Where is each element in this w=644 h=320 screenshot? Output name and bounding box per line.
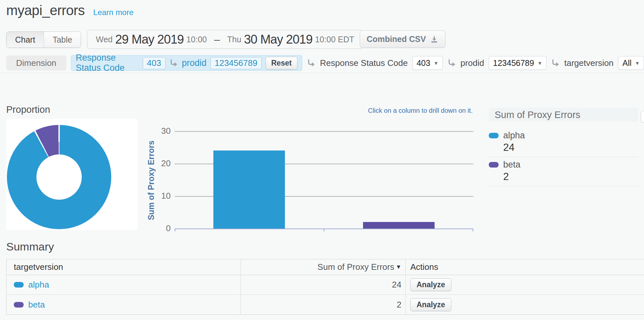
alpha-swatch-icon [14,282,24,288]
drilldown-hint: Click on a column to drill down on it. [368,107,473,114]
analyze-button[interactable]: Analyze [410,298,451,311]
beta-swatch-icon [14,302,24,308]
drill-arrow-icon [307,59,315,67]
chevron-down-icon: ▼ [635,60,640,66]
legend-header: Sum of Proxy Errors [489,108,638,122]
chevron-down-icon: ▼ [434,60,439,66]
breadcrumb-dimension-name: prodid [182,58,206,68]
bar-chart: 30 20 10 0 [175,131,473,229]
analyze-button[interactable]: Analyze [410,278,451,291]
alpha-link[interactable]: alpha [28,280,49,290]
chart-table-toggle: Chart Table [6,31,81,48]
beta-swatch-icon [489,162,499,168]
column-header-sum-of-proxy-errors[interactable]: Sum of Proxy Errors ▼ [241,259,406,275]
filter-dropdown-targetversion[interactable]: All ▼ [618,56,644,70]
drill-arrow-icon [447,59,456,67]
filter-value: 403 [417,58,430,68]
legend-item-head[interactable]: alpha [489,130,638,141]
table-row-alpha-value: 24 [241,275,406,295]
chevron-down-icon: ▼ [537,60,542,66]
start-time: 10:00 [186,35,207,44]
summary-title: Summary [6,240,54,253]
page-header: myapi_errors Learn more [6,3,134,18]
summary-table: targetversion Sum of Proxy Errors ▼ Acti… [6,259,644,315]
donut-hole [36,154,82,200]
y-axis-title: Sum of Proxy Errors [146,140,156,220]
y-tick-label: 20 [156,158,171,169]
table-row-alpha-label: alpha [7,275,241,295]
y-tick-label: 0 [156,223,171,233]
end-time: 10:00 EDT [315,35,354,44]
start-date: 29 May 2019 [115,32,184,47]
column-header-actions: Actions [406,259,644,275]
filter-value: 123456789 [493,58,534,68]
legend-overflow-button[interactable] [641,111,644,123]
table-toggle-button[interactable]: Table [44,32,81,48]
gridline-30 [175,131,473,132]
legend-item-beta: beta 2 [489,157,638,186]
learn-more-link[interactable]: Learn more [93,8,134,17]
column-header-targetversion: targetversion [7,259,241,275]
filter-dropdown-prodid[interactable]: 123456789 ▼ [489,56,547,70]
x-axis-tick [324,229,324,231]
page-title: myapi_errors [6,3,85,18]
sort-descending-icon: ▼ [396,264,401,270]
download-icon [430,35,439,44]
reset-button[interactable]: Reset [266,57,297,70]
table-row-alpha-actions: Analyze [406,275,644,295]
legend-item-alpha: alpha 24 [489,128,638,157]
chart-toggle-button[interactable]: Chart [7,32,44,48]
bar-beta[interactable] [363,222,435,229]
y-tick-label: 30 [156,126,171,136]
beta-link[interactable]: beta [28,300,45,310]
drilldown-breadcrumb: Response Status Code 403 prodid 12345678… [71,55,302,71]
drill-arrow-icon [551,59,560,67]
alpha-swatch-icon [489,133,499,138]
legend-title: Sum of Proxy Errors [495,110,580,120]
table-row-beta-actions: Analyze [406,295,644,314]
x-axis-tick [175,229,175,231]
filter-value: All [622,58,632,68]
legend-item-head[interactable]: beta [489,160,638,170]
divider [0,73,644,73]
breadcrumb-dimension-value[interactable]: 403 [143,57,165,69]
date-range-picker[interactable]: Wed 29 May 2019 10:00 – Thu 30 May 2019 … [87,30,363,49]
y-tick-label: 10 [156,191,171,201]
legend-value: 24 [503,142,638,153]
x-axis-tick [473,229,473,231]
end-day: Thu [227,35,241,44]
legend-label: alpha [503,130,525,141]
legend-value: 2 [503,171,638,183]
filter-name-targetversion: targetversion [564,58,613,68]
column-header-label: Sum of Proxy Errors [317,262,394,272]
date-range-separator: – [214,33,220,46]
breadcrumb-dimension-name: Response Status Code [76,53,139,73]
table-row-beta-value: 2 [241,295,406,314]
combined-csv-label: Combined CSV [367,34,426,44]
legend-label: beta [503,160,521,170]
bar-alpha[interactable] [213,150,285,229]
filter-dropdown-response-status-code[interactable]: 403 ▼ [412,56,443,70]
breadcrumb-dimension-value[interactable]: 123456789 [210,57,262,69]
table-row-beta-label: beta [7,295,241,314]
dimension-bar: Dimension Response Status Code 403 prodi… [6,55,644,71]
legend: alpha 24 beta 2 [489,128,638,186]
dimension-label: Dimension [6,55,66,70]
filter-name-response-status-code: Response Status Code [320,58,408,68]
proportion-title: Proportion [6,104,50,115]
start-day: Wed [96,35,113,44]
proportion-donut-chart[interactable] [7,125,111,229]
end-date: 30 May 2019 [244,32,312,47]
filter-name-prodid: prodid [461,58,484,68]
combined-csv-button[interactable]: Combined CSV [360,30,445,48]
drill-arrow-icon [169,59,178,67]
